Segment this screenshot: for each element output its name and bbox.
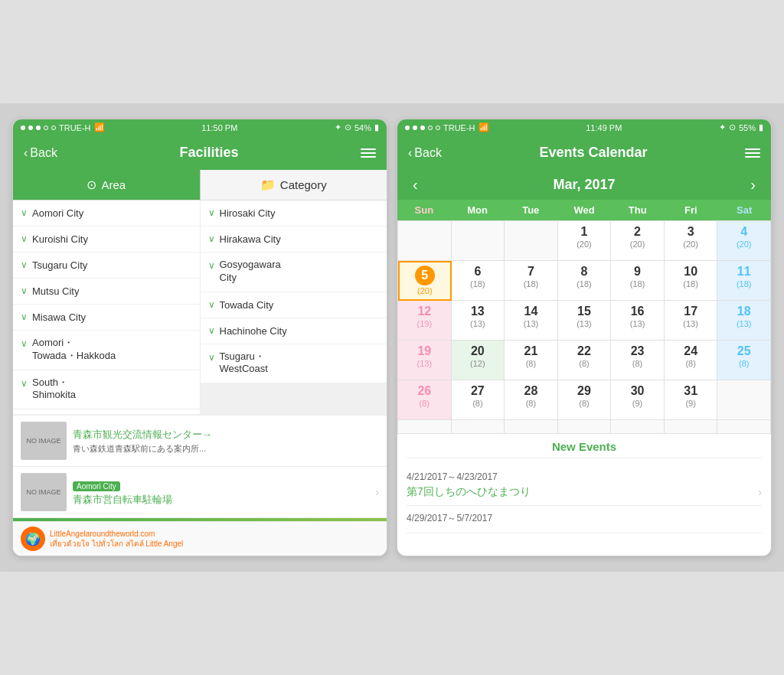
status-right-right: ✦ ⊙ 55% ▮ [719, 122, 763, 132]
cal-cell-20[interactable]: 20 (12) [452, 341, 505, 380]
area-item-7: South・Shimokita [32, 377, 76, 403]
list-item[interactable]: ∨ Hirakawa City [201, 227, 387, 253]
day-num-1: 1 [581, 224, 588, 239]
cal-cell-24[interactable]: 24 (8) [665, 341, 718, 380]
list-item[interactable]: ∨ Tsugaru・WestCoast [201, 344, 387, 384]
event-item-2[interactable]: 4/29/2017～5/7/2017 [407, 506, 762, 533]
day-count-14: (13) [524, 319, 539, 328]
event-title-text-1: 第7回しちのへひなまつり [407, 485, 531, 499]
signal-dot-5 [51, 126, 56, 130]
hamburger-menu-left[interactable] [361, 148, 376, 158]
cal-cell-13[interactable]: 13 (13) [452, 301, 505, 341]
event-item-1[interactable]: 4/21/2017～4/23/2017 第7回しちのへひなまつり › [407, 465, 762, 506]
cal-cell-23[interactable]: 23 (8) [611, 341, 665, 380]
day-count-1: (20) [577, 240, 592, 249]
page-title-right: Events Calendar [539, 145, 647, 161]
facility-title-2: 青森市営自転車駐輪場 [73, 493, 369, 507]
cat-item-2: Hirakawa City [220, 233, 281, 245]
day-count-13: (13) [470, 319, 485, 328]
cal-cell-21[interactable]: 21 (8) [505, 341, 558, 380]
back-label-left: Back [30, 146, 57, 160]
signal-dot-2 [28, 126, 33, 130]
cal-cell-29[interactable]: 29 (8) [558, 380, 612, 420]
list-item[interactable]: ∨ South・Shimokita [13, 370, 200, 410]
list-item[interactable]: ∨ GosyogawaraCity [201, 253, 387, 292]
facilities-screen: TRUE-H 📶 11:50 PM ✦ ⊙ 54% ▮ ‹ Back Facil… [12, 119, 387, 557]
list-item[interactable]: ∨ Kuroishi City [13, 227, 200, 253]
cal-cell-15[interactable]: 15 (13) [558, 301, 612, 341]
globe-icon: 🌍 [25, 532, 41, 546]
cal-cell-31[interactable]: 31 (9) [665, 380, 718, 420]
day-num-30: 30 [631, 383, 645, 398]
next-month-button[interactable]: › [746, 176, 760, 194]
cal-cell-16[interactable]: 16 (13) [611, 301, 665, 341]
day-num-25: 25 [737, 344, 751, 358]
cal-cell-22[interactable]: 22 (8) [558, 341, 612, 380]
event-title-1[interactable]: 第7回しちのへひなまつり › [407, 485, 762, 499]
list-item[interactable]: ∨ Misawa City [13, 305, 200, 331]
cal-cell-17[interactable]: 17 (13) [665, 301, 718, 341]
cal-cell-25[interactable]: 25 (8) [717, 341, 771, 380]
signal-dot-r4 [428, 126, 433, 130]
day-count-16: (13) [630, 319, 645, 328]
chevron-icon: ∨ [208, 233, 215, 244]
list-item[interactable]: ∨ Hachinohe City [201, 318, 387, 344]
list-item[interactable]: ∨ Mutsu City [13, 279, 200, 305]
cal-cell-3[interactable]: 3 (20) [665, 221, 718, 261]
cal-cell-12[interactable]: 12 (19) [398, 301, 452, 341]
chevron-icon: ∨ [21, 338, 28, 349]
cal-cell-9[interactable]: 9 (18) [611, 261, 665, 301]
day-num-21: 21 [524, 344, 538, 358]
chevron-icon: ∨ [21, 233, 28, 244]
facility-card-2[interactable]: NO IMAGE Aomori City 青森市営自転車駐輪場 › [13, 467, 387, 518]
tab-category[interactable]: 📁 Category [201, 170, 387, 200]
back-button-left[interactable]: ‹ Back [24, 146, 57, 160]
no-image-placeholder-2: NO IMAGE [21, 473, 67, 511]
tab-area[interactable]: ⊙ Area [13, 170, 200, 200]
cal-cell-8[interactable]: 8 (18) [558, 261, 612, 301]
status-left: TRUE-H 📶 [21, 122, 105, 132]
list-item[interactable]: ∨ Tsugaru City [13, 253, 200, 279]
back-button-right[interactable]: ‹ Back [408, 146, 442, 160]
cal-cell-28[interactable]: 28 (8) [505, 380, 558, 420]
prev-month-button[interactable]: ‹ [408, 176, 423, 194]
carrier-left: TRUE-H [59, 123, 91, 132]
day-header-sat: Sat [717, 200, 771, 220]
cal-cell-empty-r6-4 [558, 420, 612, 434]
no-image-label-2: NO IMAGE [26, 488, 60, 496]
location-icon-right: ✦ [719, 122, 726, 132]
cal-cell-2[interactable]: 2 (20) [611, 221, 665, 261]
day-count-17: (13) [683, 319, 698, 328]
day-num-6: 6 [474, 264, 481, 279]
cal-cell-27[interactable]: 27 (8) [452, 380, 505, 420]
signal-dot-r5 [436, 126, 440, 130]
cal-cell-1[interactable]: 1 (20) [558, 221, 612, 261]
area-item-3: Tsugaru City [32, 259, 87, 271]
chevron-icon: ∨ [208, 207, 215, 218]
list-item[interactable]: ∨ Aomori・Towada・Hakkoda [13, 331, 200, 370]
day-num-24: 24 [684, 344, 697, 358]
watermark-logo: 🌍 [21, 527, 45, 551]
list-item[interactable]: ∨ Aomori City [13, 201, 200, 227]
facility-card-1[interactable]: NO IMAGE 青森市観光交流情報センター→ 青い森鉄道青森駅前にある案内所.… [13, 416, 387, 467]
cal-cell-10[interactable]: 10 (18) [665, 261, 718, 301]
day-count-9: (18) [630, 279, 645, 289]
cal-cell-26[interactable]: 26 (8) [398, 380, 452, 420]
cal-cell-4[interactable]: 4 (20) [717, 221, 771, 261]
list-item[interactable]: ∨ Hirosaki City [201, 201, 387, 227]
day-header-sun: Sun [397, 200, 451, 220]
cal-cell-18[interactable]: 18 (13) [717, 301, 771, 341]
cal-cell-7[interactable]: 7 (18) [505, 261, 558, 301]
cal-cell-11[interactable]: 11 (18) [717, 261, 771, 301]
hamburger-menu-right[interactable] [745, 148, 760, 158]
cal-cell-6[interactable]: 6 (18) [452, 261, 505, 301]
day-header-tue: Tue [504, 200, 557, 220]
list-item[interactable]: ∨ Towada City [201, 292, 387, 318]
watermark-line1: LittleAngelaroundtheworld.com [50, 529, 183, 539]
day-num-5: 5 [415, 266, 435, 285]
cal-cell-5[interactable]: 5 (20) [398, 261, 452, 301]
alarm-icon-left: ⊙ [345, 122, 351, 132]
cal-cell-30[interactable]: 30 (9) [611, 380, 665, 420]
cal-cell-14[interactable]: 14 (13) [505, 301, 558, 341]
cal-cell-19[interactable]: 19 (13) [398, 341, 452, 380]
